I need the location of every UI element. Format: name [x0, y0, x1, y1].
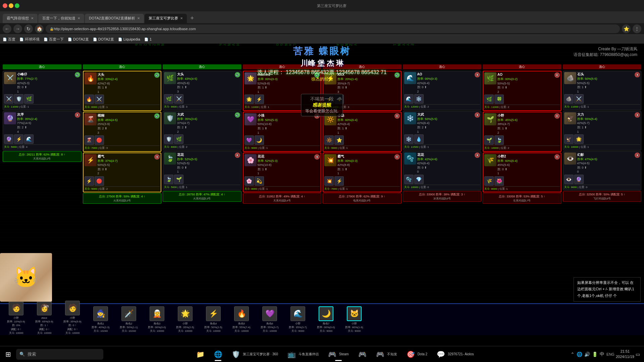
tab-0[interactable]: 霸气阵容猜想 ✕ — [3, 14, 38, 23]
bookmark-0[interactable]: 📄 百度 — [3, 37, 15, 42]
tab-3[interactable]: 第三座宝可梦比赛 ✕ — [145, 14, 187, 23]
bottom-player-12[interactable]: 🐱小野 胜率: 80%(1-9) 天斗: 9000 — [341, 306, 368, 333]
maximize-button[interactable] — [15, 3, 19, 8]
player-card-2-2[interactable]: 🍃花花 胜率: 52%(5-5) 52%(5-5) 胜: 0 ⬆ 1🔇🍃🌱天斗:… — [163, 151, 241, 191]
sound-icon-7-2[interactable]: 🔇 — [635, 153, 640, 158]
sound-icon-7-1[interactable]: 🔇 — [635, 112, 640, 118]
home-button[interactable]: 🏠 — [35, 24, 44, 33]
tab-2[interactable]: DOTA2直播DOTA2直播解析 ✕ — [85, 14, 144, 23]
taskbar-chat[interactable]: 💬 32976721- Aiolos — [433, 347, 478, 362]
minimize-button[interactable] — [9, 3, 13, 8]
player-card-2-1[interactable]: 🛡️大武 胜率: 35%(3-6) 37%(4-7) 胜: 2 ⬆ 2🔊🛡️🌿天… — [163, 111, 241, 150]
tray-volume[interactable]: 🔊 — [584, 352, 590, 357]
tab-0-label: 霸气阵容猜想 — [7, 16, 29, 21]
taskbar-search[interactable]: 🔍 搜索 — [16, 349, 103, 360]
sound-icon-3-2[interactable]: 🔇 — [314, 154, 320, 160]
bookmark-6[interactable]: 📄 1 — [144, 37, 152, 41]
bookmark-button[interactable]: ⭐ — [622, 24, 631, 33]
tray-arrow[interactable]: ⌃ — [571, 352, 575, 357]
bookmark-4[interactable]: 📄 DOTA2直 — [93, 37, 114, 42]
player-card-7-1[interactable]: 🦅大力 胜率: 55%(5-4) 42%(5-7) 胜: 1 ⬆ 1🔇🦅🌟天斗:… — [563, 111, 642, 150]
new-tab-button[interactable]: + — [187, 14, 197, 23]
sound-icon-4-1[interactable]: 🔇 — [394, 113, 400, 119]
bottom-avatar-12: 🐱 — [347, 306, 362, 321]
player-card-7-2[interactable]: 👁️幻影 胜率: 47%(4-5) 47%(4-5) 胜: 0 ⬆ 0🔇👁️🔮天… — [563, 151, 642, 191]
mini-hero-6-2-1: 🌺 — [494, 176, 504, 186]
bottom-player-2[interactable]: 🧑小野 胜率: 35%(5-9) 胜: 0 ↑ 调配: 0 ↑ 天斗: 1000… — [59, 301, 86, 335]
sound-icon-6-1[interactable]: 🔇 — [554, 113, 560, 119]
tab-1[interactable]: 百度一下，你就知道 ✕ — [38, 14, 84, 23]
sound-icon-5-2[interactable]: 🔇 — [475, 153, 480, 158]
close-button[interactable] — [3, 3, 7, 8]
address-bar[interactable]: 🔒 http://player-selection-app-4bl1975285… — [46, 24, 620, 33]
sound-icon-1-1[interactable]: 🔊 — [154, 113, 160, 119]
bottom-stats-9: 角色6 胜率: 55%(3-7) 天斗: 10000 — [261, 322, 278, 333]
player-card-3-1[interactable]: 💜小强 胜率: 50%(5-3) 50%(10-8) 胜: 1 ⬆ 1🔇💜🌙天斗… — [243, 112, 322, 152]
sound-icon-6-2[interactable]: 🔇 — [554, 154, 560, 160]
sound-icon-5-1[interactable]: 🔇 — [475, 112, 480, 118]
player-stats-6-2: 胜率: 60%(6-4) — [497, 159, 553, 163]
player-card-3-2[interactable]: 🌸花花 胜率: 52%(5-3) 50%(10-8) 胜: 1 ⬆ 1🔇🌸💫天斗… — [243, 153, 322, 193]
tray-ime[interactable]: 中 — [600, 351, 604, 357]
bookmark-5[interactable]: 📄 Liquipedia — [118, 37, 140, 41]
player-info-2-1: 大武 胜率: 35%(3-6) 37%(4-7) 胜: 2 ⬆ 2 — [177, 112, 234, 134]
tab-0-close[interactable]: ✕ — [31, 16, 34, 20]
player-card-1-2[interactable]: ⚡霸气 胜率: 37%(4-7) 50%(5-5) 胜: 0 ⬆ 2🔇⚡🔴天斗:… — [83, 153, 162, 193]
bottom-player-10[interactable]: 🌊小野 胜率: 35%(3-7) 天斗: 9000 — [284, 306, 311, 333]
steam-icon: 🎮 — [328, 350, 336, 358]
taskbar-time[interactable]: 21:51 2024/11/19 — [616, 349, 634, 359]
taskbar-dota2[interactable]: 🎯 Dota 2 — [402, 347, 431, 362]
start-button[interactable]: ⊞ — [0, 346, 16, 362]
tab-3-close[interactable]: ✕ — [180, 16, 183, 20]
sound-icon-1-2[interactable]: 🔇 — [154, 154, 160, 160]
tray-network[interactable]: 🌐 — [577, 352, 582, 357]
player-card-0-1[interactable]: 🔮次序 胜率: 35%(2-4) 77%(14-5) 胜: 2 ⬆ 4🔇🔮⚡🌊天… — [3, 111, 82, 150]
bookmark-2[interactable]: 📄 百度一下 — [44, 37, 64, 42]
bottom-player-11[interactable]: 🌙角色7 胜率: 00%(0-0) 天斗: 9000 — [313, 306, 339, 333]
player-card-6-2[interactable]: 🌾小野2 胜率: 60%(6-4) 45%(5-6) 胜: 0 ⬆ 1🔇🌾🌺天斗… — [483, 153, 561, 193]
taskbar-browser[interactable]: 🌐 — [210, 347, 226, 362]
player-card-6-1[interactable]: 🌱小野 胜率: 45%(5-6) 38%(4-7) 胜: 1 ⬆ 2🔇🌱🍃天斗:… — [483, 112, 561, 152]
tab-1-close[interactable]: ✕ — [77, 16, 80, 20]
player-score-4-1: 1 — [337, 131, 393, 135]
player-card-4-1[interactable]: 🔆小勤 胜率: 60%(6-4) 42%(6-4) 胜: 1 ⬆ 1🔇🔆⭐天斗:… — [323, 112, 401, 152]
taskbar-douyu[interactable]: 📺 斗鱼直播伴侣 — [283, 347, 323, 362]
bottom-player-0[interactable]: 🧑小野 胜率: 10%(0-9) 胜: 0% 调配: 0 ↑ 天斗: 10000… — [3, 301, 30, 335]
taskbar-steam[interactable]: 🎮 Steam — [324, 347, 353, 362]
bottom-stats-11: 角色7 胜率: 00%(0-0) 天斗: 9000 — [317, 322, 335, 333]
bookmark-2-icon: 📄 — [44, 38, 48, 41]
bottom-player-5[interactable]: 🧝角色3 胜率: 00%(0-0) 天斗: 10000 — [144, 306, 170, 333]
taskbar-360[interactable]: 🛡️ 第三座宝可梦比赛 · 360 — [228, 347, 282, 362]
forward-button[interactable]: → — [13, 24, 22, 33]
refresh-button[interactable]: ↻ — [24, 24, 33, 33]
taskbar-file-explorer[interactable]: 📁 — [192, 347, 209, 362]
tray-battery[interactable]: 🔋 — [592, 352, 598, 357]
sound-icon-0-1[interactable]: 🔇 — [75, 112, 80, 118]
top-overlay: 苦雅 蝶眼树 川峰 堡 杰 琳 选人进程： 12345678 865432票 1… — [0, 44, 644, 83]
player-card-5-1[interactable]: ❄️大武 胜率: 50%(5-5) 42%(6-4) 胜: 2 ⬆ 1🔇❄️💧天… — [403, 111, 482, 150]
taskbar-unknown[interactable]: 🎮 不知发 — [372, 347, 401, 362]
player-card-1-1[interactable]: 🌋模糊 胜率: 45%(4-5) 25%(3-9) 胜: 2 ⬆ 3🔊🌋🔴天斗:… — [83, 112, 162, 152]
bottom-player-8[interactable]: 🔥角色5 胜率: 55%(7-4) 天斗: 10000 — [228, 306, 255, 333]
bookmark-1[interactable]: 📄 环球环境 — [19, 37, 40, 42]
card-footer-5-1: 天斗: 11500 | 位置: 1 — [404, 144, 480, 149]
player-card-5-2[interactable]: 🫧花花 胜率: 42%(4-6) 42%(6-4) 胜: 0 ⬆ 0🔇🫧💎天斗:… — [403, 151, 482, 191]
sound-icon-4-2[interactable]: 🔇 — [394, 154, 400, 160]
bottom-player-3[interactable]: 🧙角色1 胜率: 40%(2-3) 天斗: 10240 — [87, 306, 114, 333]
player-info-4-1: 小勤 胜率: 60%(6-4) 42%(6-4) 胜: 1 ⬆ 1 — [337, 113, 393, 135]
bottom-player-6[interactable]: 🌟小野 胜率: 35%(2-5) 天斗: 10000 — [172, 306, 199, 333]
bookmark-3[interactable]: 📄 DOTA2直 — [68, 37, 89, 42]
tab-2-close[interactable]: ✕ — [137, 16, 140, 20]
taskbar-steam2[interactable]: 🎮 — [354, 347, 371, 362]
show-desktop[interactable]: ▭ — [636, 352, 640, 357]
player-card-4-2[interactable]: 💥霸气 胜率: 00%(0-3) 42%(8-8) 胜: 1 ⬆ 1🔇💥⚡天斗:… — [323, 153, 401, 193]
sound-icon-2-2[interactable]: 🔇 — [235, 153, 240, 158]
menu-button[interactable]: ⋮ — [633, 24, 641, 33]
bottom-player-4[interactable]: 🗡️角色2 胜率: 50%(1-1) 天斗: 10240 — [115, 306, 142, 333]
sound-icon-2-1[interactable]: 🔊 — [235, 112, 240, 118]
bottom-player-9[interactable]: 💜角色6 胜率: 55%(3-7) 天斗: 10000 — [256, 306, 283, 333]
back-button[interactable]: ← — [3, 24, 11, 33]
player-detail-3-0: 胜: 1 ⬆ — [258, 85, 314, 90]
bottom-player-7[interactable]: ⚡角色4 胜率: 50%(2-5) 天斗: 10000 — [200, 306, 227, 333]
hero-avatar-5-1: ❄️ — [404, 112, 416, 124]
